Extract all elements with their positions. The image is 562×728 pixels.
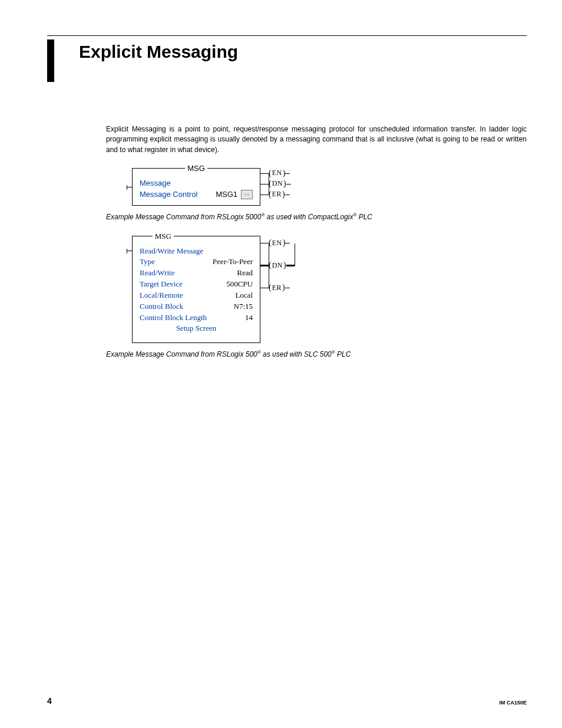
header: Explicit Messaging xyxy=(47,39,527,82)
footer: 4 IM CA150E xyxy=(35,696,527,706)
wire xyxy=(260,184,269,185)
msg-block-500: MSG Read/Write Message Type Peer-To-Peer… xyxy=(132,236,527,344)
figure-caption-5000: Example Message Command from RSLogix 500… xyxy=(106,212,527,222)
msg-label: Read/Write Message xyxy=(140,246,203,257)
wire xyxy=(285,173,290,174)
msg-legend: MSG xyxy=(185,163,207,174)
msg-row-message-control: Message Control MSG1 ... xyxy=(140,189,253,200)
msg-label: Control Block xyxy=(140,301,183,312)
page-title: Explicit Messaging xyxy=(79,39,238,62)
page: Explicit Messaging Explicit Messaging is… xyxy=(0,0,562,728)
wire-thick xyxy=(286,265,295,266)
coil-outputs: (EN) (DN) (ER) xyxy=(260,168,291,206)
msg-label: Target Device xyxy=(140,279,183,290)
msg-value: MSG1 xyxy=(216,189,237,200)
msg-box: MSG Read/Write Message Type Peer-To-Peer… xyxy=(132,236,260,344)
coil-er: (ER) xyxy=(260,189,291,200)
msg-value: Read xyxy=(237,268,253,279)
bus-line xyxy=(269,173,269,195)
bus-line xyxy=(269,243,269,288)
body: Explicit Messaging is a point to point, … xyxy=(106,124,527,360)
page-number: 4 xyxy=(47,696,52,706)
msg-label: Message xyxy=(140,178,171,189)
msg-label: Setup Screen xyxy=(176,323,216,334)
msg-label: Type xyxy=(140,256,155,268)
wire xyxy=(285,288,290,288)
doc-id: IM CA150E xyxy=(499,700,527,706)
msg-value: Peer-To-Peer xyxy=(213,256,253,268)
msg-value: N7:15 xyxy=(234,301,253,312)
wire xyxy=(285,195,290,195)
coil-en: (EN) xyxy=(260,168,291,179)
coil-dn: (DN) xyxy=(260,179,291,189)
figure-msg-5000: MSG Message Message Control MSG1 ... xyxy=(106,168,527,222)
section-marker xyxy=(47,39,54,82)
msg-label: Message Control xyxy=(140,189,197,200)
rung-connector xyxy=(127,251,133,251)
msg-value: 14 xyxy=(245,312,253,324)
coil-dn: (DN) xyxy=(260,261,295,271)
msg-row-control-block-length: Control Block Length 14 xyxy=(140,312,253,324)
wire xyxy=(260,288,269,288)
msg-legend: MSG xyxy=(153,231,174,242)
wire-thick xyxy=(260,265,269,266)
msg-label: Control Block Length xyxy=(140,312,207,324)
msg-box: MSG Message Message Control MSG1 ... xyxy=(132,168,260,206)
msg-row-local-remote: Local/Remote Local xyxy=(140,290,253,301)
coil-er: (ER) xyxy=(260,283,295,294)
wire xyxy=(260,243,269,243)
coil-en: (EN) xyxy=(260,238,295,249)
figure-caption-500: Example Message Command from RSLogix 500… xyxy=(106,349,527,360)
figure-msg-500: MSG Read/Write Message Type Peer-To-Peer… xyxy=(106,236,527,360)
msg-row-readwrite: Read/Write Read xyxy=(140,268,253,279)
intro-paragraph: Explicit Messaging is a point to point, … xyxy=(106,124,527,155)
rung-connector xyxy=(127,187,133,187)
msg-row-rw-message: Read/Write Message xyxy=(140,246,253,257)
wire xyxy=(260,173,269,174)
wire xyxy=(286,184,291,185)
top-rule xyxy=(47,35,527,36)
msg-row-control-block: Control Block N7:15 xyxy=(140,301,253,312)
msg-row-target-device: Target Device 500CPU xyxy=(140,279,253,290)
msg-block-5000: MSG Message Message Control MSG1 ... xyxy=(132,168,527,206)
msg-row-type: Type Peer-To-Peer xyxy=(140,256,253,268)
wire xyxy=(285,243,290,243)
bus-line-right xyxy=(295,243,295,266)
msg-label: Read/Write xyxy=(140,268,174,279)
ellipsis-button[interactable]: ... xyxy=(241,190,253,199)
msg-value: 500CPU xyxy=(226,279,253,290)
msg-label: Local/Remote xyxy=(140,290,183,301)
msg-row-message: Message xyxy=(140,178,253,189)
msg-row-setup-screen: Setup Screen xyxy=(140,323,253,334)
msg-value: Local xyxy=(235,290,253,301)
wire xyxy=(260,195,269,195)
coil-outputs: (EN) (DN) (ER) xyxy=(260,236,295,324)
